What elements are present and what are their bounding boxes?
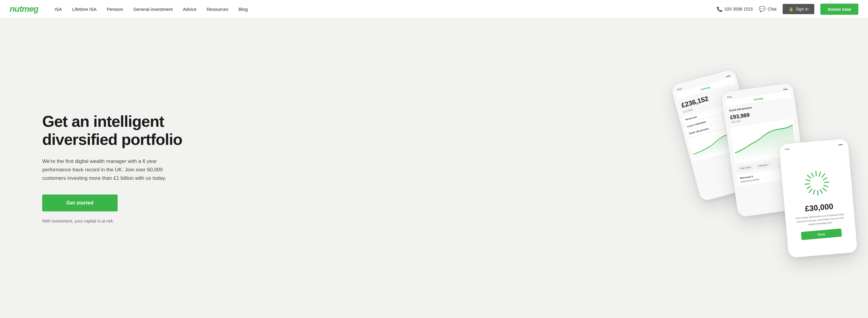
nav-item-pension[interactable]: Pension [102, 4, 127, 14]
nav-item-resources[interactable]: Resources [203, 4, 233, 14]
nav-item-isa[interactable]: ISA [50, 4, 66, 14]
get-started-button[interactable]: Get started [42, 195, 118, 211]
nav-item-advice[interactable]: Advice [179, 4, 200, 14]
phone3-success-screen: £30,000 Your money will be with us in 3 … [783, 147, 855, 258]
phone-mockup-3: 9:41●●● [779, 138, 858, 258]
svg-line-9 [824, 185, 828, 187]
svg-line-0 [816, 171, 816, 176]
svg-line-14 [819, 172, 821, 176]
svg-line-15 [813, 190, 815, 194]
nav-item-blog[interactable]: Blog [234, 4, 252, 14]
risk-disclaimer: With investment, your capital is at risk… [42, 219, 199, 223]
header-right: 📞 020 3598 1515 💬 Chat 🔒 Sign in Invest … [717, 4, 858, 15]
phone3-amount: £30,000 [805, 202, 834, 213]
phone3-done-button: Done [801, 228, 842, 240]
svg-line-5 [823, 188, 826, 191]
phones-container: 9:41●●● nutmeg £236,152 £11,969 House po… [669, 81, 868, 255]
phone1-item-1-name: House pot [685, 115, 697, 121]
logo[interactable]: nutmeg [10, 4, 38, 14]
hero-title: Get an intelligent diversified portfolio [42, 113, 199, 149]
logo-text: nutmeg [10, 4, 38, 14]
signin-button[interactable]: 🔒 Sign in [783, 4, 815, 14]
phone-link[interactable]: 📞 020 3598 1515 [717, 6, 753, 12]
hero-illustration: 9:41●●● nutmeg £236,152 £11,969 House po… [403, 18, 868, 318]
svg-line-2 [805, 184, 809, 184]
phone2-action-2: Withdraw [755, 162, 771, 169]
svg-line-11 [820, 189, 823, 193]
signin-label: Sign in [796, 7, 809, 11]
chat-icon: 💬 [759, 6, 766, 12]
hero-content: Get an intelligent diversified portfolio… [42, 113, 199, 223]
phone-number: 020 3598 1515 [725, 7, 753, 11]
invest-now-button[interactable]: Invest now [820, 4, 858, 15]
svg-line-3 [825, 182, 829, 182]
svg-line-12 [823, 178, 827, 180]
phone3-text: Your money will be with us in 3 business… [795, 212, 846, 228]
chat-link[interactable]: 💬 Chat [759, 6, 777, 12]
svg-line-4 [807, 175, 811, 179]
success-starburst-icon [801, 167, 833, 199]
svg-line-10 [812, 173, 814, 177]
nav-item-general-investment[interactable]: General investment [129, 4, 177, 14]
hero-section: Get an intelligent diversified portfolio… [0, 18, 868, 318]
header: nutmeg ISA Lifetime ISA Pension General … [0, 0, 868, 18]
main-nav: ISA Lifetime ISA Pension General investm… [50, 4, 717, 14]
svg-line-6 [822, 174, 825, 177]
lock-icon: 🔒 [789, 7, 794, 11]
chat-label: Chat [768, 7, 777, 11]
svg-line-7 [809, 189, 812, 193]
hero-subtitle: We're the first digital wealth manager w… [42, 157, 187, 182]
phone2-action-1: Add money [737, 164, 754, 172]
phone-icon: 📞 [717, 6, 723, 12]
svg-line-8 [806, 179, 810, 181]
svg-line-13 [807, 186, 811, 188]
nav-item-lifetime-isa[interactable]: Lifetime ISA [68, 4, 101, 14]
